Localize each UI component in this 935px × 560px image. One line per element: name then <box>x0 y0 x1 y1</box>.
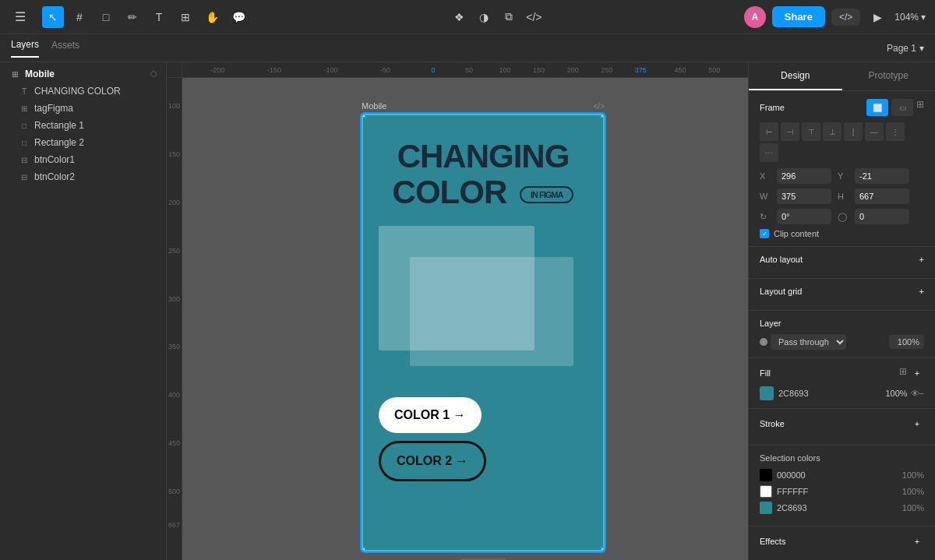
fill-actions: ⊞ + <box>899 366 924 380</box>
fill-label: Fill <box>760 368 771 378</box>
group-icon-1: ⊟ <box>19 154 30 165</box>
btn-color2[interactable]: COLOR 2 → <box>379 441 486 481</box>
right-panel-tabs: Design Prototype <box>749 62 935 91</box>
rectangle-2[interactable] <box>410 257 573 366</box>
rotation-input[interactable] <box>777 209 831 224</box>
sel-swatch-2[interactable] <box>760 502 772 514</box>
x-input[interactable] <box>777 168 831 184</box>
present-icon[interactable]: ▶ <box>866 6 888 28</box>
align-top-icon[interactable]: ⊥ <box>823 122 842 141</box>
boolean-icon[interactable]: ⧉ <box>498 6 520 28</box>
y-input[interactable] <box>855 168 909 184</box>
distribute-v-icon[interactable]: ⋯ <box>760 143 778 162</box>
align-left-icon[interactable]: ⊢ <box>760 122 778 141</box>
canvas[interactable]: Mobile </> CHANGING COLOR IN FI <box>182 78 748 560</box>
page-selector[interactable]: Page 1 ▾ <box>887 43 924 54</box>
fill-minus-icon[interactable]: − <box>919 389 924 398</box>
w-input[interactable] <box>777 188 831 204</box>
layer-blend-mode: Pass through Normal Multiply Screen <box>760 334 846 350</box>
frame-tool[interactable]: # <box>69 6 90 28</box>
fill-add-icon[interactable]: + <box>910 366 924 380</box>
toolbar-right: A Share </> ▶ 104% ▾ <box>744 6 926 28</box>
share-button[interactable]: Share <box>772 6 825 27</box>
fill-grid-icon[interactable]: ⊞ <box>899 366 907 380</box>
ruler-mark-250: 250 <box>601 66 612 74</box>
prototype-tab[interactable]: Prototype <box>842 62 936 90</box>
rect-icon-1: □ <box>19 120 30 131</box>
sel-swatch-0[interactable] <box>760 469 772 481</box>
layer-item-rectangle2[interactable]: □ Rectangle 2 <box>0 134 166 151</box>
mobile-frame[interactable]: CHANGING COLOR IN FIGMA COLOR 1 → <box>362 114 605 551</box>
distribute-h-icon[interactable]: ⋮ <box>886 122 905 141</box>
btn-color1[interactable]: COLOR 1 → <box>379 397 482 433</box>
handle-bl <box>362 547 366 551</box>
effects-label: Effects <box>760 537 785 546</box>
zoom-control[interactable]: 104% ▾ <box>894 12 926 23</box>
code-label: </> <box>594 102 605 111</box>
h-input[interactable] <box>855 188 909 204</box>
design-tab[interactable]: Design <box>749 62 842 90</box>
visibility-dot <box>150 71 157 77</box>
component-tool[interactable]: ⊞ <box>175 6 196 28</box>
layer-item-btncolor1[interactable]: ⊟ btnColor1 <box>0 151 166 168</box>
mobile-frame-label: Mobile </> <box>362 101 605 111</box>
sel-opacity-2: 100% <box>902 503 924 512</box>
toolbar-left: ☰ ↖ # □ ✏ T ⊞ ✋ 💬 <box>9 6 249 28</box>
text-tool[interactable]: T <box>148 6 170 28</box>
w-label: W <box>760 192 771 201</box>
sel-swatch-1[interactable] <box>760 485 772 498</box>
sel-opacity-1: 100% <box>902 487 924 496</box>
vruler-200: 200 <box>168 199 180 206</box>
layer-item-btncolor2[interactable]: ⊟ btnColor2 <box>0 168 166 185</box>
auto-layout-label: Auto layout <box>760 255 803 264</box>
menu-icon[interactable]: ☰ <box>9 6 31 28</box>
assets-tab[interactable]: Assets <box>51 40 79 57</box>
comment-tool[interactable]: 💬 <box>228 6 249 28</box>
clip-checkbox[interactable]: ✓ <box>760 229 769 238</box>
hand-tool[interactable]: ✋ <box>201 6 223 28</box>
ruler-mark-0: 0 <box>431 66 435 74</box>
layer-list: ⊞ Mobile T CHANGING COLOR ⊞ tagFigma □ R… <box>0 62 166 560</box>
layer-item-rectangle1[interactable]: □ Rectangle 1 <box>0 117 166 134</box>
mask-icon[interactable]: ◑ <box>473 6 495 28</box>
opacity-input[interactable] <box>889 335 924 349</box>
layout-grid-add[interactable]: + <box>919 287 924 296</box>
h-label: H <box>838 192 849 201</box>
frame-icon: ⊞ <box>9 69 20 79</box>
layer-item-mobile[interactable]: ⊞ Mobile <box>0 65 166 83</box>
frame-btn-portrait[interactable]: ⬜ <box>866 99 888 116</box>
blend-mode-select[interactable]: Pass through Normal Multiply Screen <box>771 334 846 350</box>
layer-item-changing-color[interactable]: T CHANGING COLOR <box>0 83 166 100</box>
align-center-v-icon[interactable]: | <box>844 122 863 141</box>
frame-btn-landscape[interactable]: ▭ <box>891 99 913 116</box>
fill-swatch[interactable] <box>760 386 774 400</box>
align-bottom-icon[interactable]: — <box>865 122 884 141</box>
avatar[interactable]: A <box>744 6 766 28</box>
component-icon[interactable]: ❖ <box>448 6 470 28</box>
code-button[interactable]: </> <box>831 9 860 26</box>
ruler-mark-100: 100 <box>499 66 511 74</box>
effects-add-icon[interactable]: + <box>910 534 924 548</box>
select-tool[interactable]: ↖ <box>42 6 64 28</box>
align-icons: ⊢ ⊣ ⊤ ⊥ | — ⋮ ⋯ <box>760 122 924 162</box>
ruler-mark-50: 50 <box>465 66 473 74</box>
canvas-body: 100 150 200 250 300 350 400 450 500 667 … <box>167 78 748 560</box>
code-view-icon[interactable]: </> <box>523 6 545 28</box>
layer-label-tagfigma: tagFigma <box>34 103 73 114</box>
align-center-h-icon[interactable]: ⊣ <box>781 122 799 141</box>
pen-tool[interactable]: ✏ <box>122 6 143 28</box>
layer-item-tagfigma[interactable]: ⊞ tagFigma <box>0 100 166 117</box>
stroke-add-icon[interactable]: + <box>910 417 924 431</box>
sel-color-row-2: 2C8693 100% <box>760 502 924 514</box>
align-right-icon[interactable]: ⊤ <box>802 122 820 141</box>
main-area: ⊞ Mobile T CHANGING COLOR ⊞ tagFigma □ R… <box>0 62 935 560</box>
fill-eye-icon[interactable]: 👁 <box>911 389 919 398</box>
expand-icon[interactable]: ⊞ <box>916 99 924 116</box>
xy-row: X Y <box>760 168 924 184</box>
shape-tool[interactable]: □ <box>95 6 117 28</box>
handle-tr <box>600 114 605 118</box>
layers-tab[interactable]: Layers <box>11 39 39 58</box>
auto-layout-section: Auto layout + <box>749 247 935 279</box>
corner-input[interactable] <box>855 209 909 224</box>
auto-layout-add[interactable]: + <box>919 255 924 264</box>
